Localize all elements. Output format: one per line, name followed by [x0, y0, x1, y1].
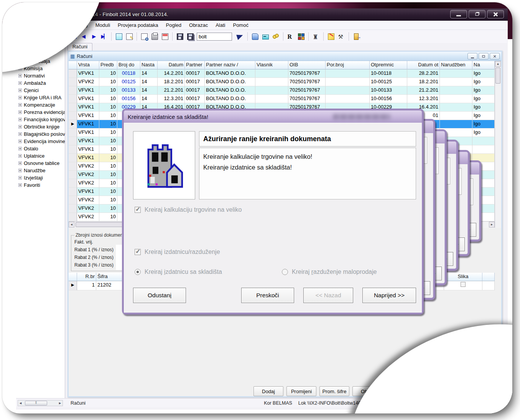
expand-plus-icon[interactable]: [18, 96, 22, 99]
column-header-Partner naziv /[interactable]: Partner naziv /: [205, 61, 255, 69]
menu-item-alati[interactable]: Alati: [212, 21, 229, 29]
child-close-button[interactable]: ✕: [490, 53, 500, 59]
scroll-right-icon[interactable]: ►: [489, 222, 495, 227]
expand-plus-icon[interactable]: [18, 154, 22, 158]
scroll-left-icon[interactable]: ◄: [69, 222, 74, 227]
sidebar-item-evidencija-imovine[interactable]: Evidencija imovine: [17, 138, 65, 145]
menu-item-podatci[interactable]: Podatci: [33, 21, 57, 29]
print-preview-icon[interactable]: [140, 32, 149, 41]
coins-icon[interactable]: [271, 32, 280, 41]
expand-plus-icon[interactable]: [18, 89, 22, 92]
menu-item-ra-uni-vf-[interactable]: Računi (VF): [57, 21, 91, 29]
sidebar-item-izvje-taji[interactable]: Izvještaji: [17, 174, 65, 181]
prom-ifre-button[interactable]: Prom. šifre: [319, 386, 349, 396]
child-restore-button[interactable]: [479, 53, 489, 59]
company-building-icon[interactable]: ♜: [311, 32, 321, 41]
expand-plus-icon[interactable]: [18, 125, 22, 128]
menu-item-pomo-[interactable]: Pomoć: [229, 21, 252, 29]
column-header-Por.broj[interactable]: Por.broj: [326, 61, 370, 69]
menu-item-pogled[interactable]: Pogled: [162, 21, 185, 29]
column-header-marker[interactable]: [69, 61, 77, 69]
next-record-icon[interactable]: ▶: [89, 32, 98, 41]
column-header-Broj do[interactable]: Broj do: [117, 61, 140, 69]
table-row[interactable]: VFVK110001181414.2.20100017BOLTANO D.O.O…: [69, 69, 495, 78]
expand-plus-icon[interactable]: [18, 118, 22, 121]
expand-plus-icon[interactable]: [18, 103, 22, 107]
html-report-icon[interactable]: [160, 32, 169, 41]
exit-door-icon[interactable]: [352, 32, 361, 41]
osvje-i-button[interactable]: Osvježi: [385, 386, 415, 396]
table-row[interactable]: VFVK110001331421.2.20100017BOLTANO D.O.O…: [69, 86, 495, 95]
filter-button[interactable]: Filter: [418, 386, 448, 396]
scroll-left-icon[interactable]: ◄: [19, 401, 22, 405]
close-button[interactable]: [487, 10, 504, 18]
child-minimize-button[interactable]: [467, 53, 477, 59]
restore-button[interactable]: [469, 10, 485, 18]
minimize-button[interactable]: [450, 10, 467, 18]
column-header-Na[interactable]: Na: [472, 61, 495, 69]
sidebar-item-obrtni-ke-knjige[interactable]: Obrtničke knjige: [17, 123, 65, 130]
radio-razduzenje-maloprodaja[interactable]: Kreiraj razduženje maloprodaje: [282, 268, 377, 275]
column-header-Narudžben[interactable]: Narudžben: [440, 61, 472, 69]
cancel-button[interactable]: Odustani: [133, 288, 186, 303]
column-header-Predb[interactable]: Predb: [99, 61, 117, 69]
last-record-icon[interactable]: ▶▏: [99, 32, 109, 41]
sidebar-close-button[interactable]: x: [56, 32, 63, 39]
column-header-Datum[interactable]: Datum: [158, 61, 185, 69]
sidebar-item-narud-be[interactable]: Narudžbe: [17, 167, 65, 174]
dodaj-button[interactable]: Dodaj: [253, 386, 283, 396]
sidebar-horizontal-scrollbar[interactable]: ◄ ►: [18, 400, 63, 406]
next-button[interactable]: Naprijed >>: [362, 288, 416, 303]
expand-plus-icon[interactable]: [18, 81, 22, 85]
obri-i-button[interactable]: Obriši: [352, 386, 382, 396]
tab-racuni[interactable]: Računi: [67, 43, 92, 51]
grid-vertical-scrollbar[interactable]: ▲: [495, 61, 501, 228]
sidebar-item-blagajni-ko-poslov[interactable]: Blagajničko poslov: [17, 130, 65, 138]
sidebar-item-cjenici[interactable]: Cjenici: [17, 87, 65, 94]
sidebar-item-favoriti[interactable]: Favoriti: [17, 181, 65, 189]
column-header-Nasta[interactable]: Nasta: [140, 61, 158, 69]
column-header-OIB[interactable]: OIB: [288, 61, 326, 69]
sidebar-item-skladi-te[interactable]: Skladište: [17, 43, 65, 50]
search-input[interactable]: [197, 33, 232, 41]
report-r-icon[interactable]: R: [286, 32, 295, 41]
new-document-icon[interactable]: [114, 32, 123, 41]
sidebar-item-veleprodaja[interactable]: Veleprodaja: [17, 58, 65, 65]
sidebar-item-normativi[interactable]: Normativi: [17, 72, 65, 79]
column-header-Otpremnic[interactable]: Otpremnic: [370, 61, 407, 69]
send-filter-icon[interactable]: [235, 32, 245, 41]
sidebar-item-komisija[interactable]: Komisija: [17, 65, 65, 72]
menu-item-provjera-podataka[interactable]: Provjera podataka: [114, 21, 162, 29]
save-copy-icon[interactable]: [186, 32, 195, 41]
column-header-Vlasnik[interactable]: Vlasnik: [255, 61, 288, 69]
expand-plus-icon[interactable]: [18, 169, 22, 172]
table-row[interactable]: VFVK110001561412.3.20100017BOLTANO D.O.O…: [69, 95, 495, 103]
radio-izdatnica-skladiste[interactable]: Kreiraj izdatnicu sa skladišta: [135, 268, 222, 275]
expand-plus-icon[interactable]: [18, 176, 22, 180]
expand-plus-icon[interactable]: [18, 183, 22, 187]
menu-item-moduli[interactable]: Moduli: [92, 21, 114, 29]
tools-icon[interactable]: ⚒: [337, 32, 346, 41]
vscroll-thumb[interactable]: [495, 68, 500, 84]
scroll-up-icon[interactable]: ▲: [495, 61, 501, 67]
prev-record-icon[interactable]: ◀: [79, 32, 88, 41]
sidebar-item-knjige-ura-i-ira[interactable]: Knjige URA i IRA: [17, 94, 65, 101]
checkbox-kalkulacija[interactable]: Kreiraj kalkulaciju trgovine na veliko: [135, 206, 242, 213]
sidebar-item-osnovne-tablice[interactable]: Osnovne tablice: [17, 160, 65, 167]
sidebar-item-financijsko-knjigov[interactable]: Financijsko knjigov: [17, 116, 65, 123]
sidebar-item-ambala-a[interactable]: Ambalaža: [17, 79, 65, 87]
sidebar-item-porezna-evidencija[interactable]: Porezna evidencija: [17, 109, 65, 116]
back-button[interactable]: << Nazad: [303, 288, 353, 303]
scroll-right-icon[interactable]: ►: [58, 401, 62, 405]
cleanup-brush-icon[interactable]: [326, 32, 336, 41]
expand-plus-icon[interactable]: [18, 59, 22, 63]
edit-document-icon[interactable]: ✎: [125, 32, 134, 41]
zatvori-button[interactable]: Zatvori: [484, 386, 512, 396]
save-icon[interactable]: [175, 32, 184, 41]
slika-checkbox[interactable]: [461, 282, 466, 287]
expand-plus-icon[interactable]: [18, 132, 22, 136]
expand-plus-icon[interactable]: [18, 147, 22, 150]
export-grid-icon[interactable]: [296, 32, 306, 41]
fiscal-hand-icon[interactable]: [250, 32, 260, 41]
child-titlebar[interactable]: ▦ Računi ✕: [69, 52, 501, 61]
